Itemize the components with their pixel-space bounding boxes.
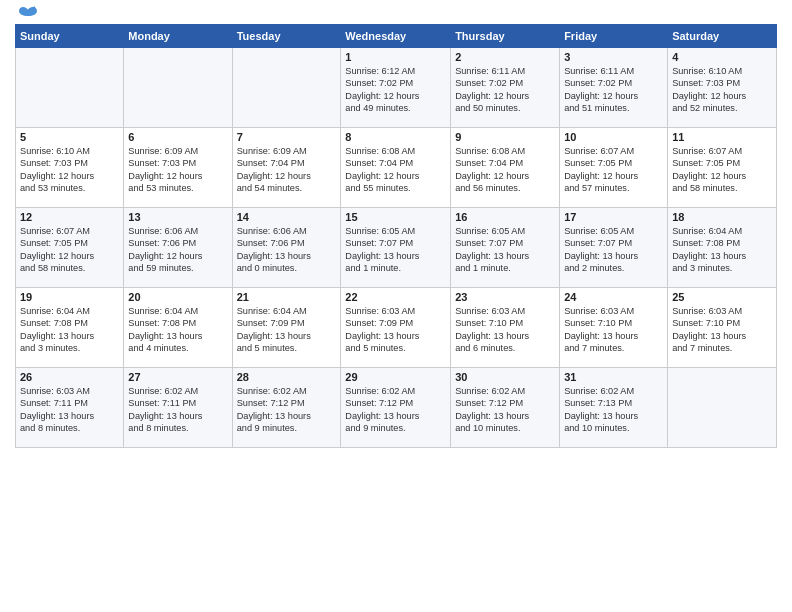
day-number: 24	[564, 291, 663, 303]
day-info: Sunrise: 6:03 AM Sunset: 7:10 PM Dayligh…	[564, 305, 663, 355]
day-number: 17	[564, 211, 663, 223]
calendar-cell: 14Sunrise: 6:06 AM Sunset: 7:06 PM Dayli…	[232, 208, 341, 288]
calendar-cell: 9Sunrise: 6:08 AM Sunset: 7:04 PM Daylig…	[451, 128, 560, 208]
day-number: 6	[128, 131, 227, 143]
day-info: Sunrise: 6:06 AM Sunset: 7:06 PM Dayligh…	[128, 225, 227, 275]
calendar-cell	[668, 368, 777, 448]
day-info: Sunrise: 6:08 AM Sunset: 7:04 PM Dayligh…	[345, 145, 446, 195]
day-info: Sunrise: 6:07 AM Sunset: 7:05 PM Dayligh…	[672, 145, 772, 195]
calendar-cell: 10Sunrise: 6:07 AM Sunset: 7:05 PM Dayli…	[560, 128, 668, 208]
day-number: 18	[672, 211, 772, 223]
header	[15, 10, 777, 18]
calendar-cell: 19Sunrise: 6:04 AM Sunset: 7:08 PM Dayli…	[16, 288, 124, 368]
day-number: 2	[455, 51, 555, 63]
calendar-cell: 7Sunrise: 6:09 AM Sunset: 7:04 PM Daylig…	[232, 128, 341, 208]
calendar-cell: 3Sunrise: 6:11 AM Sunset: 7:02 PM Daylig…	[560, 48, 668, 128]
day-info: Sunrise: 6:04 AM Sunset: 7:08 PM Dayligh…	[672, 225, 772, 275]
day-number: 9	[455, 131, 555, 143]
day-info: Sunrise: 6:03 AM Sunset: 7:10 PM Dayligh…	[672, 305, 772, 355]
calendar-cell	[232, 48, 341, 128]
day-info: Sunrise: 6:03 AM Sunset: 7:10 PM Dayligh…	[455, 305, 555, 355]
day-info: Sunrise: 6:12 AM Sunset: 7:02 PM Dayligh…	[345, 65, 446, 115]
day-number: 28	[237, 371, 337, 383]
calendar-cell: 6Sunrise: 6:09 AM Sunset: 7:03 PM Daylig…	[124, 128, 232, 208]
col-header-thursday: Thursday	[451, 25, 560, 48]
day-info: Sunrise: 6:11 AM Sunset: 7:02 PM Dayligh…	[564, 65, 663, 115]
day-number: 30	[455, 371, 555, 383]
col-header-tuesday: Tuesday	[232, 25, 341, 48]
calendar-cell: 5Sunrise: 6:10 AM Sunset: 7:03 PM Daylig…	[16, 128, 124, 208]
day-info: Sunrise: 6:02 AM Sunset: 7:11 PM Dayligh…	[128, 385, 227, 435]
day-number: 20	[128, 291, 227, 303]
day-info: Sunrise: 6:03 AM Sunset: 7:11 PM Dayligh…	[20, 385, 119, 435]
day-info: Sunrise: 6:04 AM Sunset: 7:09 PM Dayligh…	[237, 305, 337, 355]
day-number: 7	[237, 131, 337, 143]
calendar-cell: 27Sunrise: 6:02 AM Sunset: 7:11 PM Dayli…	[124, 368, 232, 448]
calendar-cell: 2Sunrise: 6:11 AM Sunset: 7:02 PM Daylig…	[451, 48, 560, 128]
day-number: 31	[564, 371, 663, 383]
col-header-saturday: Saturday	[668, 25, 777, 48]
day-info: Sunrise: 6:05 AM Sunset: 7:07 PM Dayligh…	[564, 225, 663, 275]
day-info: Sunrise: 6:07 AM Sunset: 7:05 PM Dayligh…	[564, 145, 663, 195]
calendar-cell: 15Sunrise: 6:05 AM Sunset: 7:07 PM Dayli…	[341, 208, 451, 288]
day-number: 10	[564, 131, 663, 143]
day-number: 27	[128, 371, 227, 383]
day-info: Sunrise: 6:07 AM Sunset: 7:05 PM Dayligh…	[20, 225, 119, 275]
calendar-cell: 20Sunrise: 6:04 AM Sunset: 7:08 PM Dayli…	[124, 288, 232, 368]
calendar-cell: 31Sunrise: 6:02 AM Sunset: 7:13 PM Dayli…	[560, 368, 668, 448]
day-number: 21	[237, 291, 337, 303]
day-number: 8	[345, 131, 446, 143]
logo-bird-icon	[17, 6, 39, 24]
calendar-cell: 1Sunrise: 6:12 AM Sunset: 7:02 PM Daylig…	[341, 48, 451, 128]
day-number: 14	[237, 211, 337, 223]
calendar-cell: 23Sunrise: 6:03 AM Sunset: 7:10 PM Dayli…	[451, 288, 560, 368]
calendar-cell: 26Sunrise: 6:03 AM Sunset: 7:11 PM Dayli…	[16, 368, 124, 448]
calendar-cell: 29Sunrise: 6:02 AM Sunset: 7:12 PM Dayli…	[341, 368, 451, 448]
day-info: Sunrise: 6:02 AM Sunset: 7:12 PM Dayligh…	[237, 385, 337, 435]
calendar-cell: 8Sunrise: 6:08 AM Sunset: 7:04 PM Daylig…	[341, 128, 451, 208]
calendar-cell: 24Sunrise: 6:03 AM Sunset: 7:10 PM Dayli…	[560, 288, 668, 368]
logo	[15, 10, 39, 18]
calendar-cell: 11Sunrise: 6:07 AM Sunset: 7:05 PM Dayli…	[668, 128, 777, 208]
calendar-cell: 4Sunrise: 6:10 AM Sunset: 7:03 PM Daylig…	[668, 48, 777, 128]
day-info: Sunrise: 6:04 AM Sunset: 7:08 PM Dayligh…	[128, 305, 227, 355]
day-info: Sunrise: 6:04 AM Sunset: 7:08 PM Dayligh…	[20, 305, 119, 355]
day-number: 29	[345, 371, 446, 383]
day-info: Sunrise: 6:05 AM Sunset: 7:07 PM Dayligh…	[345, 225, 446, 275]
calendar-cell: 12Sunrise: 6:07 AM Sunset: 7:05 PM Dayli…	[16, 208, 124, 288]
day-info: Sunrise: 6:02 AM Sunset: 7:12 PM Dayligh…	[345, 385, 446, 435]
day-number: 13	[128, 211, 227, 223]
day-info: Sunrise: 6:03 AM Sunset: 7:09 PM Dayligh…	[345, 305, 446, 355]
day-number: 5	[20, 131, 119, 143]
calendar-cell: 17Sunrise: 6:05 AM Sunset: 7:07 PM Dayli…	[560, 208, 668, 288]
day-number: 4	[672, 51, 772, 63]
calendar-cell: 18Sunrise: 6:04 AM Sunset: 7:08 PM Dayli…	[668, 208, 777, 288]
calendar-cell: 28Sunrise: 6:02 AM Sunset: 7:12 PM Dayli…	[232, 368, 341, 448]
col-header-monday: Monday	[124, 25, 232, 48]
day-number: 16	[455, 211, 555, 223]
col-header-wednesday: Wednesday	[341, 25, 451, 48]
calendar-cell	[124, 48, 232, 128]
day-number: 3	[564, 51, 663, 63]
calendar-cell	[16, 48, 124, 128]
day-info: Sunrise: 6:09 AM Sunset: 7:03 PM Dayligh…	[128, 145, 227, 195]
calendar-cell: 30Sunrise: 6:02 AM Sunset: 7:12 PM Dayli…	[451, 368, 560, 448]
day-info: Sunrise: 6:10 AM Sunset: 7:03 PM Dayligh…	[672, 65, 772, 115]
day-number: 26	[20, 371, 119, 383]
day-number: 23	[455, 291, 555, 303]
col-header-friday: Friday	[560, 25, 668, 48]
day-info: Sunrise: 6:10 AM Sunset: 7:03 PM Dayligh…	[20, 145, 119, 195]
day-number: 1	[345, 51, 446, 63]
calendar-cell: 13Sunrise: 6:06 AM Sunset: 7:06 PM Dayli…	[124, 208, 232, 288]
calendar-cell: 16Sunrise: 6:05 AM Sunset: 7:07 PM Dayli…	[451, 208, 560, 288]
day-info: Sunrise: 6:02 AM Sunset: 7:13 PM Dayligh…	[564, 385, 663, 435]
day-number: 11	[672, 131, 772, 143]
day-number: 15	[345, 211, 446, 223]
calendar-cell: 25Sunrise: 6:03 AM Sunset: 7:10 PM Dayli…	[668, 288, 777, 368]
page: SundayMondayTuesdayWednesdayThursdayFrid…	[0, 0, 792, 612]
day-info: Sunrise: 6:09 AM Sunset: 7:04 PM Dayligh…	[237, 145, 337, 195]
day-info: Sunrise: 6:11 AM Sunset: 7:02 PM Dayligh…	[455, 65, 555, 115]
day-info: Sunrise: 6:08 AM Sunset: 7:04 PM Dayligh…	[455, 145, 555, 195]
calendar-cell: 21Sunrise: 6:04 AM Sunset: 7:09 PM Dayli…	[232, 288, 341, 368]
day-number: 19	[20, 291, 119, 303]
